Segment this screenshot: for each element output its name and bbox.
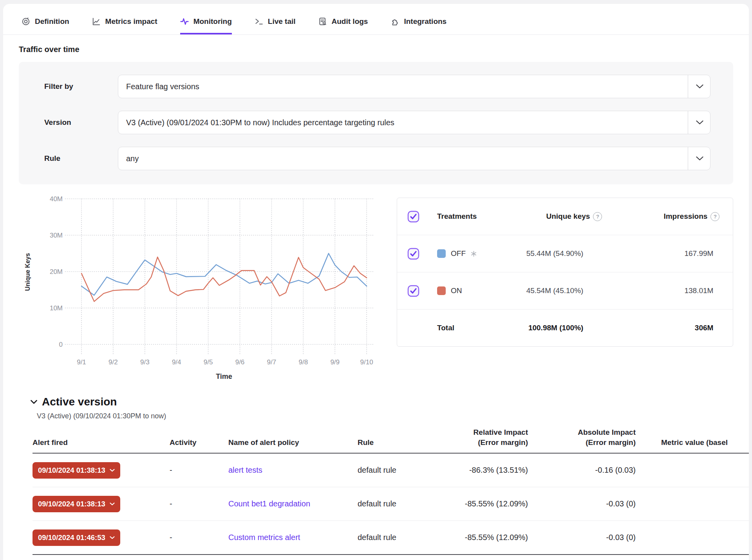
filter-by-value: Feature flag versions: [126, 82, 199, 91]
tab-live-tail[interactable]: Live tail: [255, 17, 296, 34]
tab-label: Monitoring: [193, 17, 232, 26]
treatment-row-off: OFF 55.44M (54.90%) 167.99M: [397, 235, 733, 272]
svg-text:9/6: 9/6: [235, 358, 245, 366]
filter-row-filter-by: Filter by Feature flag versions: [44, 75, 710, 98]
treatment-name-on: ON: [437, 286, 477, 295]
tab-audit-logs[interactable]: Audit logs: [318, 17, 368, 34]
absolute-impact-cell: -0.16 (0.03): [528, 466, 636, 475]
svg-text:9/4: 9/4: [172, 358, 181, 366]
filter-row-rule: Rule any: [44, 147, 710, 170]
active-version-header[interactable]: Active version: [31, 396, 749, 408]
treatments-table: Treatments Unique keys ? Impressions ? O…: [397, 198, 733, 347]
svg-text:30M: 30M: [50, 232, 63, 239]
rule-cell: default rule: [358, 466, 428, 475]
version-select[interactable]: V3 (Active) (09/01/2024 01:30PM to now) …: [118, 111, 710, 134]
off-unique-keys: 55.44M (54.90%): [477, 249, 602, 258]
treatment-row-on: ON 45.54M (45.10%) 138.01M: [397, 272, 733, 309]
alert-policy-link[interactable]: Custom metrics alert: [228, 533, 300, 542]
filter-row-version: Version V3 (Active) (09/01/2024 01:30PM …: [44, 111, 710, 134]
tab-metrics-impact[interactable]: Metrics impact: [92, 17, 157, 34]
treatment-name-off: OFF: [437, 249, 477, 258]
total-label: Total: [437, 324, 477, 332]
svg-text:0: 0: [59, 341, 63, 348]
off-checkbox[interactable]: [407, 248, 437, 260]
chevron-down-icon: [110, 502, 115, 506]
on-series-swatch: [437, 286, 446, 295]
alert-fired-badge[interactable]: 09/10/2024 01:46:53: [33, 529, 120, 546]
definition-icon: [22, 17, 30, 26]
alert-policy-link[interactable]: alert tests: [228, 466, 262, 474]
version-label: Version: [44, 118, 118, 127]
help-icon[interactable]: ?: [710, 212, 719, 221]
total-impressions: 306M: [602, 324, 719, 332]
svg-text:9/10: 9/10: [360, 358, 373, 366]
filter-panel: Filter by Feature flag versions Version …: [19, 62, 733, 184]
relative-impact-cell: -85.55% (12.09%): [428, 533, 528, 542]
chevron-down-icon: [31, 400, 37, 404]
main-panel: Definition Metrics impact Monitoring Liv…: [3, 4, 749, 560]
chevron-down-icon[interactable]: [696, 157, 703, 161]
tab-definition[interactable]: Definition: [22, 17, 69, 34]
tab-integrations[interactable]: Integrations: [390, 17, 446, 34]
svg-text:9/8: 9/8: [298, 358, 308, 366]
col-header-policy: Name of alert policy: [228, 438, 358, 448]
chevron-down-icon[interactable]: [696, 121, 703, 125]
help-icon[interactable]: ?: [593, 212, 602, 221]
frozen-asterisk-icon: [471, 251, 477, 257]
alert-fired-badge[interactable]: 09/10/2024 01:38:13: [33, 496, 120, 512]
unique-keys-col-header: Unique keys ?: [477, 212, 602, 221]
filter-by-select[interactable]: Feature flag versions: [118, 75, 710, 98]
chevron-down-icon: [110, 536, 115, 539]
chevron-down-icon: [110, 469, 115, 472]
relative-impact-cell: -85.55% (12.09%): [428, 499, 528, 508]
on-impressions: 138.01M: [602, 286, 719, 295]
svg-text:9/9: 9/9: [330, 358, 340, 366]
tab-label: Definition: [35, 17, 69, 26]
field-divider: [688, 147, 688, 170]
svg-text:9/3: 9/3: [140, 358, 150, 366]
metric-value-cell: 0.19 (: [636, 466, 749, 475]
activity-cell: -: [170, 533, 228, 542]
integrations-icon: [390, 17, 399, 26]
alert-fired-badge[interactable]: 09/10/2024 01:38:13: [33, 462, 120, 479]
chevron-down-icon[interactable]: [696, 85, 703, 89]
traffic-chart: 010M20M30M40M9/19/29/39/49/59/69/79/89/9…: [19, 194, 391, 385]
treatments-total-row: Total 100.98M (100%) 306M: [397, 309, 733, 346]
rule-select[interactable]: any: [118, 147, 710, 170]
alerts-header-row: Alert fired Activity Name of alert polic…: [33, 427, 749, 454]
rule-value: any: [126, 154, 139, 163]
col-header-rule: Rule: [358, 438, 428, 448]
treatments-col-header: Treatments: [437, 212, 477, 221]
tab-bar: Definition Metrics impact Monitoring Liv…: [3, 4, 749, 35]
active-version-subtitle: V3 (Active) (09/10/2024 01:30PM to now): [37, 412, 749, 420]
alerts-table: Alert fired Activity Name of alert polic…: [33, 427, 749, 555]
alert-policy-link[interactable]: Count bet1 degradation: [228, 499, 310, 508]
tab-label: Live tail: [268, 17, 296, 26]
col-header-relative-impact: Relative Impact (Error margin): [428, 427, 528, 447]
svg-text:9/5: 9/5: [204, 358, 213, 366]
alert-row: 09/10/2024 01:38:13 - Count bet1 degrada…: [33, 487, 749, 521]
metric-value-cell: 0.03 (: [636, 533, 749, 542]
on-unique-keys: 45.54M (45.10%): [477, 286, 602, 295]
alert-row: 09/10/2024 01:38:13 - alert tests defaul…: [33, 454, 749, 487]
absolute-impact-cell: -0.03 (0): [528, 533, 636, 542]
activity-cell: -: [170, 499, 228, 508]
svg-text:9/1: 9/1: [77, 358, 86, 366]
tab-monitoring[interactable]: Monitoring: [180, 17, 232, 34]
select-all-checkbox[interactable]: [407, 211, 437, 223]
tab-label: Integrations: [404, 17, 446, 26]
metrics-impact-icon: [92, 17, 101, 26]
traffic-chart-wrap: 010M20M30M40M9/19/29/39/49/59/69/79/89/9…: [19, 194, 391, 386]
version-value: V3 (Active) (09/01/2024 01:30PM to now) …: [126, 118, 394, 127]
absolute-impact-cell: -0.03 (0): [528, 499, 636, 508]
page-title: Traffic over time: [19, 45, 749, 54]
on-checkbox[interactable]: [407, 285, 437, 297]
col-header-alert-fired: Alert fired: [33, 438, 170, 448]
col-header-metric-value: Metric value (basel: [636, 438, 749, 448]
col-header-activity: Activity: [170, 438, 228, 448]
impressions-col-header: Impressions ?: [602, 212, 719, 221]
active-version-title: Active version: [42, 396, 117, 408]
svg-text:Time: Time: [216, 373, 232, 380]
svg-text:Unique Keys: Unique Keys: [24, 253, 31, 291]
rule-cell: default rule: [358, 533, 428, 542]
